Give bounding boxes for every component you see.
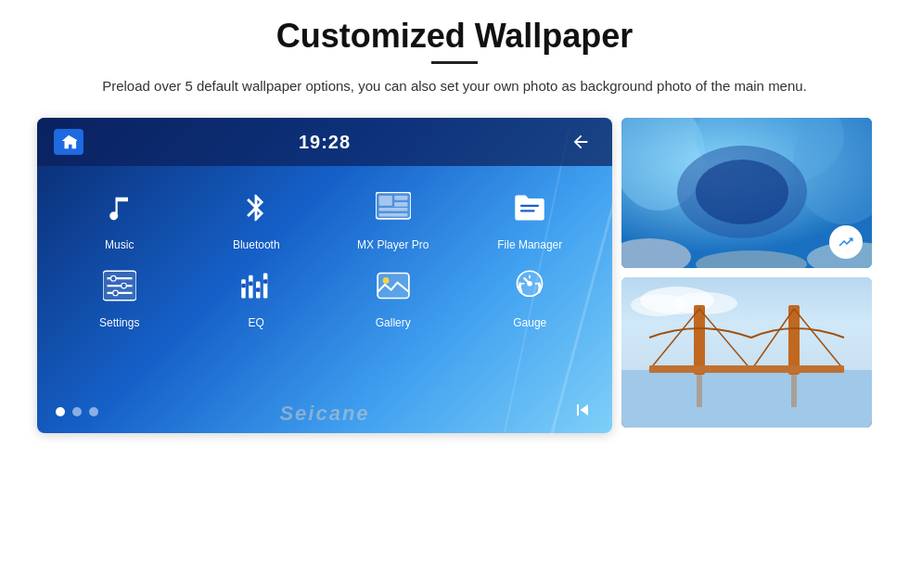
app-filemanager[interactable]: File Manager [467,183,595,251]
svg-rect-22 [378,274,409,299]
svg-rect-21 [263,279,268,284]
eq-icon [231,261,281,311]
settings-label: Settings [99,316,139,329]
app-gauge[interactable]: Gauge [467,261,595,329]
app-gallery[interactable]: Gallery [329,261,457,329]
music-icon [95,183,145,233]
photos-column [621,118,872,428]
svg-rect-19 [249,282,253,287]
app-bluetooth[interactable]: Bluetooth [193,183,321,251]
svg-rect-2 [394,196,407,200]
svg-rect-3 [394,202,407,207]
gauge-icon [505,261,555,311]
app-settings[interactable]: Settings [56,261,184,329]
back-button[interactable] [566,127,595,157]
svg-rect-49 [649,365,844,373]
svg-point-12 [112,290,118,296]
filemanager-icon [505,183,555,233]
gallery-icon [368,261,418,311]
svg-point-25 [527,281,532,287]
dot-3 [89,407,98,416]
app-mxplayer[interactable]: MX Player Pro [329,183,457,251]
svg-rect-4 [378,208,407,211]
bluetooth-label: Bluetooth [233,238,280,251]
car-app-grid: Music Bluetooth [46,173,603,339]
svg-point-11 [121,283,126,288]
content-row: 19:28 Music [37,118,872,433]
prev-track-button[interactable] [571,399,594,426]
car-topbar: 19:28 [37,118,612,166]
dot-2 [72,407,82,416]
svg-rect-18 [242,284,247,288]
bridge-photo [621,277,872,428]
app-eq[interactable]: EQ [193,261,321,329]
title-underline [431,61,478,64]
seicane-watermark: Seicane [279,402,369,426]
home-icon[interactable] [54,129,83,155]
mxplayer-label: MX Player Pro [357,238,429,251]
svg-rect-16 [263,274,268,299]
svg-point-37 [696,160,788,224]
gauge-label: Gauge [513,316,546,329]
svg-point-23 [383,277,390,284]
dot-1 [56,407,65,416]
eq-label: EQ [249,316,264,329]
filemanager-label: File Manager [497,238,562,251]
page-title: Customized Wallpaper [276,17,634,56]
gallery-label: Gallery [376,316,411,329]
svg-rect-13 [242,279,247,298]
mxplayer-icon [368,183,418,233]
svg-rect-14 [249,275,253,299]
ice-cave-photo [621,118,872,268]
trending-badge [829,225,863,259]
svg-rect-39 [621,370,872,428]
svg-rect-1 [378,196,391,206]
page-container: Customized Wallpaper Preload over 5 defa… [0,0,909,588]
svg-rect-5 [378,213,407,217]
svg-rect-43 [694,305,705,375]
car-clock: 19:28 [299,132,351,153]
app-music[interactable]: Music [56,183,184,251]
svg-rect-20 [256,288,261,292]
car-ui-screenshot: 19:28 Music [37,118,612,433]
svg-point-10 [110,275,116,281]
page-description: Preload over 5 default wallpaper options… [102,75,807,97]
music-label: Music [105,238,134,251]
bluetooth-icon [231,183,281,233]
settings-icon [95,261,145,311]
pagination-dots [56,407,98,416]
